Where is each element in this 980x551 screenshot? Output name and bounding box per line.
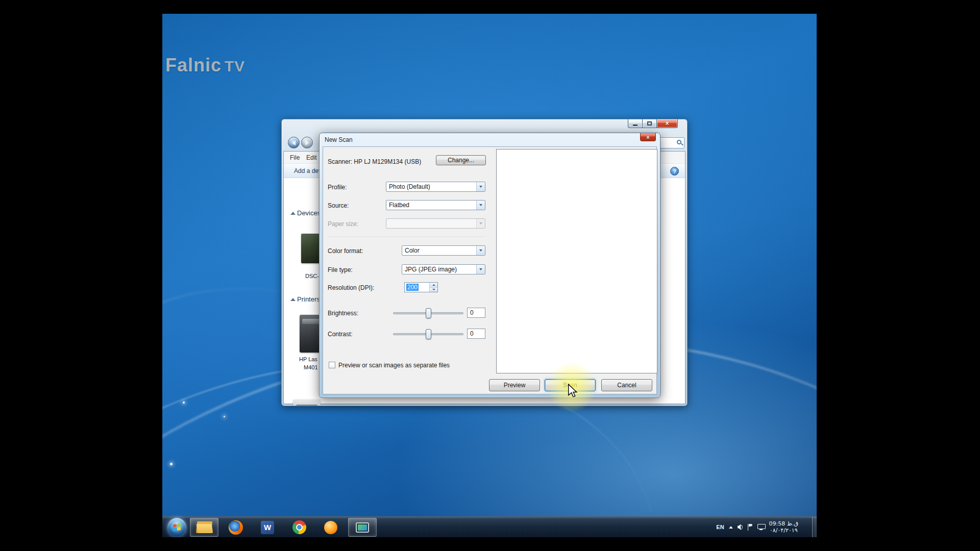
watermark-logo: FalnicTV — [165, 55, 245, 76]
taskbar: W EN 09:58 ق.ظ ۰۸/۰۴/۲۰۱۹ — [162, 516, 817, 537]
volume-button[interactable] — [738, 524, 743, 531]
resolution-value: 200 — [406, 284, 419, 291]
close-button[interactable]: × — [656, 119, 678, 128]
new-scan-dialog: New Scan × Scanner: HP LJ M129M134 (USB)… — [319, 133, 660, 398]
orange-app-icon — [324, 521, 337, 534]
color-format-label: Color format: — [328, 247, 363, 255]
wallpaper-sparkle — [224, 416, 225, 417]
brightness-value-input[interactable]: 0 — [467, 308, 485, 318]
scan-preview-pane — [496, 149, 657, 373]
help-icon: ? — [673, 168, 676, 174]
preview-button[interactable]: Preview — [489, 379, 540, 391]
wallpaper-sparkle — [170, 463, 173, 465]
menu-edit[interactable]: Edit — [306, 154, 317, 161]
file-type-dropdown[interactable]: JPG (JPEG image) — [402, 264, 485, 274]
source-label: Source: — [328, 202, 349, 209]
minimize-icon — [633, 124, 638, 126]
explorer-icon — [197, 521, 212, 533]
dropdown-arrow-icon[interactable] — [476, 182, 485, 191]
taskbar-orange-app-button[interactable] — [316, 518, 345, 537]
taskbar-icons: W — [190, 517, 377, 537]
color-format-value: Color — [405, 247, 420, 254]
paper-size-dropdown — [386, 218, 485, 229]
spin-up-icon[interactable] — [430, 283, 437, 287]
dropdown-arrow-icon — [476, 219, 485, 228]
watermark-tv-icon: TV — [225, 58, 245, 74]
tray-clock[interactable]: 09:58 ق.ظ ۰۸/۰۴/۲۰۱۹ — [769, 520, 798, 534]
windows-logo-icon — [173, 523, 181, 531]
search-input[interactable] — [657, 137, 684, 148]
system-tray: EN 09:58 ق.ظ ۰۸/۰۴/۲۰۱۹ — [716, 517, 798, 537]
desktop: FalnicTV × File Edit Add a device ? Devi… — [162, 14, 817, 537]
source-dropdown[interactable]: Flatbed — [386, 200, 485, 210]
help-button[interactable]: ? — [670, 167, 679, 176]
back-button[interactable] — [288, 137, 300, 148]
start-button[interactable] — [167, 518, 186, 537]
source-value: Flatbed — [389, 202, 409, 209]
taskbar-explorer-button[interactable] — [190, 518, 218, 537]
dropdown-arrow-icon[interactable] — [476, 201, 485, 210]
wallpaper-sparkle — [183, 402, 185, 404]
language-indicator[interactable]: EN — [716, 524, 724, 530]
contrast-slider[interactable] — [393, 333, 463, 335]
printer-label-line1[interactable]: HP Las — [299, 356, 317, 362]
dropdown-arrow-icon[interactable] — [476, 265, 485, 274]
contrast-label: Contrast: — [328, 331, 353, 338]
collapse-section-icon[interactable] — [290, 298, 296, 301]
file-type-value: JPG (JPEG image) — [405, 266, 457, 273]
close-icon: × — [646, 134, 649, 140]
contrast-slider-thumb[interactable] — [426, 329, 431, 339]
taskbar-word-button[interactable]: W — [253, 518, 282, 537]
camera-device-thumbnail[interactable] — [301, 234, 322, 263]
chrome-icon — [292, 520, 306, 534]
brightness-slider[interactable] — [393, 312, 463, 314]
search-icon — [677, 140, 681, 144]
screen-capture-icon — [356, 522, 369, 533]
action-center-flag-icon[interactable] — [747, 524, 753, 531]
taskbar-capture-button[interactable] — [348, 518, 377, 537]
contrast-value-input[interactable]: 0 — [467, 329, 485, 339]
profile-label: Profile: — [328, 184, 347, 191]
camera-device-label[interactable]: DSC- — [305, 273, 319, 279]
scan-button[interactable]: Scan — [545, 379, 596, 391]
dropdown-arrow-icon[interactable] — [476, 246, 485, 255]
file-type-label: File type: — [328, 266, 353, 273]
maximize-icon — [647, 121, 652, 126]
collapse-section-icon[interactable] — [290, 212, 296, 215]
paper-size-label: Paper size: — [328, 220, 358, 228]
dialog-close-button[interactable]: × — [640, 133, 656, 141]
minimize-button[interactable] — [628, 119, 642, 128]
profile-value: Photo (Default) — [389, 183, 430, 190]
spinner-buttons[interactable] — [429, 283, 437, 292]
separate-files-label: Preview or scan images as separate files — [338, 362, 450, 369]
cancel-button[interactable]: Cancel — [601, 379, 652, 391]
resolution-label: Resolution (DPI): — [328, 284, 374, 291]
forward-arrow-icon — [305, 140, 309, 145]
section-header-devices[interactable]: Devices — [297, 209, 321, 217]
separate-files-checkbox[interactable] — [329, 362, 335, 368]
scanner-label: Scanner: HP LJ M129M134 (USB) — [328, 158, 421, 165]
brightness-slider-thumb[interactable] — [426, 308, 431, 318]
maximize-button[interactable] — [642, 119, 656, 128]
network-icon[interactable] — [757, 524, 765, 530]
resolution-input[interactable]: 200 — [404, 282, 438, 292]
taskbar-chrome-button[interactable] — [285, 518, 313, 537]
menu-file[interactable]: File — [290, 154, 300, 161]
section-header-printers[interactable]: Printers — [297, 295, 320, 303]
change-button[interactable]: Change... — [436, 155, 486, 165]
back-arrow-icon — [292, 140, 296, 145]
forward-button[interactable] — [301, 137, 313, 148]
firefox-icon — [229, 520, 243, 535]
profile-dropdown[interactable]: Photo (Default) — [386, 182, 485, 192]
show-desktop-button[interactable] — [812, 517, 817, 537]
show-hidden-icons-icon[interactable] — [729, 526, 733, 529]
separator — [328, 237, 485, 238]
printer-label-line2[interactable]: M401 — [304, 364, 318, 370]
word-icon: W — [261, 521, 274, 534]
brightness-label: Brightness: — [328, 310, 358, 317]
spin-down-icon[interactable] — [430, 287, 437, 292]
watermark-brand: Falnic — [165, 55, 222, 76]
color-format-dropdown[interactable]: Color — [402, 245, 485, 256]
mfp-device-thumbnail[interactable] — [293, 399, 321, 406]
taskbar-firefox-button[interactable] — [222, 518, 250, 537]
